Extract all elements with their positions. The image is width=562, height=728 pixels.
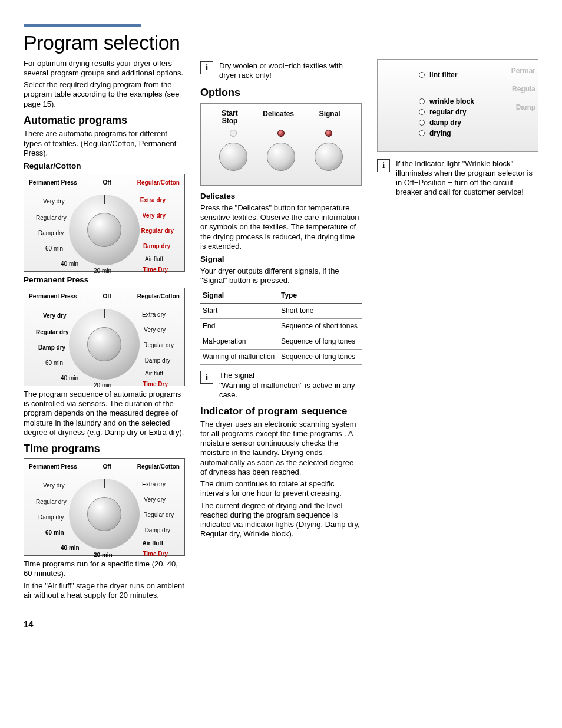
note-signal: i The signal "Warning of malfunction" is… — [200, 371, 362, 400]
regular-cotton-heading: Regular/Cotton — [24, 162, 185, 172]
dial-pos: 20 min — [94, 552, 113, 559]
dial-pos: 20 min — [94, 268, 111, 275]
signal-cell: End — [200, 319, 279, 334]
dial-pointer — [104, 309, 105, 318]
delicates-text: Press the "Delicates" button for tempera… — [200, 203, 362, 251]
note-signal-text: The signal "Warning of malfunction" is a… — [219, 371, 362, 400]
stop-label: Stop — [222, 117, 238, 125]
type-cell: Short tone — [279, 304, 362, 319]
signal-table: Signal Type StartShort toneEndSequence o… — [200, 288, 362, 365]
info-icon: i — [200, 371, 213, 384]
signal-cell: Mal-operation — [200, 334, 279, 350]
signal-col-header: Signal — [200, 288, 279, 304]
signal-cell: Warning of malfunction — [200, 350, 279, 365]
dial-knob — [87, 213, 121, 247]
dial-label-perm-press: Permanent Press — [29, 179, 77, 187]
note-signal-line1: The signal — [219, 371, 254, 380]
intro-text: For optimum drying results your dryer of… — [24, 59, 185, 78]
time-programs-text-2: In the "Air fluff" stage the dryer runs … — [24, 581, 185, 601]
permanent-press-heading: Permanent Press — [24, 275, 185, 285]
table-row: EndSequence of short tones — [200, 319, 362, 334]
dial-pos: Regular dry — [36, 329, 69, 337]
info-icon: i — [377, 159, 390, 172]
dial-label-regular-cotton: Regular/Cotton — [137, 179, 180, 187]
time-programs-heading: Time programs — [24, 442, 185, 456]
dial-pos: Extra dry — [142, 481, 166, 489]
delicates-button[interactable] — [267, 143, 295, 171]
note-wrinkle-block-text: If the indicator light "Wrinkle block" i… — [396, 159, 538, 197]
type-col-header: Type — [279, 288, 362, 304]
dial-pos: Regular dry — [141, 228, 174, 235]
dial-pos: Time Dry — [143, 381, 168, 388]
dial-pos: 60 min — [45, 360, 63, 367]
options-heading: Options — [200, 86, 362, 100]
dial-pos: Regular dry — [143, 512, 174, 519]
dial-permanent-press: Permanent Press Off Regular/Cotton Very … — [24, 288, 185, 386]
panel-right-damp: Damp — [511, 103, 535, 112]
signal-subheading: Signal — [200, 255, 362, 265]
dial-pos: Very dry — [43, 312, 66, 320]
table-row: Warning of malfunctionSequence of long t… — [200, 350, 362, 365]
dial-pos: Damp dry — [38, 344, 65, 352]
led-regular-dry — [419, 109, 425, 115]
dial-label-regular-cotton: Regular/Cotton — [137, 293, 180, 301]
signal-button[interactable] — [315, 143, 343, 171]
dial-knob — [87, 497, 121, 531]
dial-pos: Damp dry — [143, 243, 170, 251]
type-cell: Sequence of short tones — [279, 319, 362, 334]
automatic-programs-text: There are automatic programs for differe… — [24, 129, 185, 158]
panel-right-labels: Permar Regula Damp — [511, 67, 535, 121]
content-columns: For optimum drying results your dryer of… — [24, 59, 538, 603]
label-wrinkle-block: wrinkle block — [429, 97, 474, 106]
dial-pos: Air fluff — [145, 256, 163, 263]
dial-pos: 60 min — [45, 245, 63, 253]
info-icon: i — [200, 61, 213, 74]
start-stop-label: Start Stop — [222, 110, 237, 125]
indicator-text-3: The current degree of drying and the lev… — [200, 501, 362, 539]
dial-pos: Regular dry — [36, 215, 67, 222]
led-wrinkle-block — [419, 98, 425, 104]
dial-pos: 40 min — [61, 545, 80, 552]
dial-pos: Time Dry — [143, 551, 168, 558]
table-row: StartShort tone — [200, 304, 362, 319]
type-cell: Sequence of long tones — [279, 334, 362, 350]
indicator-panel: Permar Regula Damp lint filter wrinkle b… — [377, 59, 538, 152]
dial-knob — [87, 327, 121, 361]
indicator-text-2: The drum continues to rotate at specific… — [200, 479, 362, 499]
panel-right-regula: Regula — [511, 85, 535, 94]
start-stop-button[interactable] — [219, 143, 247, 171]
label-damp-dry: damp dry — [429, 118, 461, 127]
label-lint-filter: lint filter — [429, 71, 457, 80]
dial-regular-cotton: Permanent Press Off Regular/Cotton Very … — [24, 174, 185, 272]
dial-pos: 60 min — [45, 529, 64, 537]
type-cell: Sequence of long tones — [279, 350, 362, 365]
automatic-sensor-text: The program sequence of automatic progra… — [24, 390, 185, 437]
dial-label-perm-press: Permanent Press — [29, 293, 77, 301]
delicates-label: Delicates — [263, 110, 294, 125]
dial-pos: Air fluff — [142, 540, 163, 548]
dial-pos: Damp dry — [145, 527, 170, 535]
dial-pos: Damp dry — [38, 514, 64, 522]
dial-label-off: Off — [103, 463, 111, 471]
dial-pos: Time Dry — [143, 266, 168, 274]
delicates-subheading: Delicates — [200, 192, 362, 202]
page-number: 14 — [24, 619, 538, 630]
signal-cell: Start — [200, 304, 279, 319]
dial-time-programs: Permanent Press Off Regular/Cotton Very … — [24, 458, 185, 556]
label-drying: drying — [429, 129, 451, 138]
note-signal-line2: "Warning of malfunction" is active in an… — [219, 381, 355, 399]
dial-label-perm-press: Permanent Press — [29, 463, 77, 471]
dial-pos: 40 min — [61, 375, 78, 383]
dial-label-off: Off — [103, 293, 111, 301]
dial-pos: Regular dry — [143, 342, 174, 350]
column-left: For optimum drying results your dryer of… — [24, 59, 185, 603]
note-wool-text: Dry woolen or wool−rich textiles with dr… — [219, 61, 362, 81]
dial-pointer — [104, 195, 105, 204]
column-middle: i Dry woolen or wool−rich textiles with … — [200, 59, 362, 603]
dial-pointer — [104, 479, 105, 488]
led-lint-filter — [419, 72, 425, 78]
intro-text-2: Select the required drying program from … — [24, 80, 185, 109]
led-start — [230, 130, 237, 137]
dial-pos: Very dry — [43, 198, 65, 206]
dial-pos: 40 min — [61, 261, 78, 268]
